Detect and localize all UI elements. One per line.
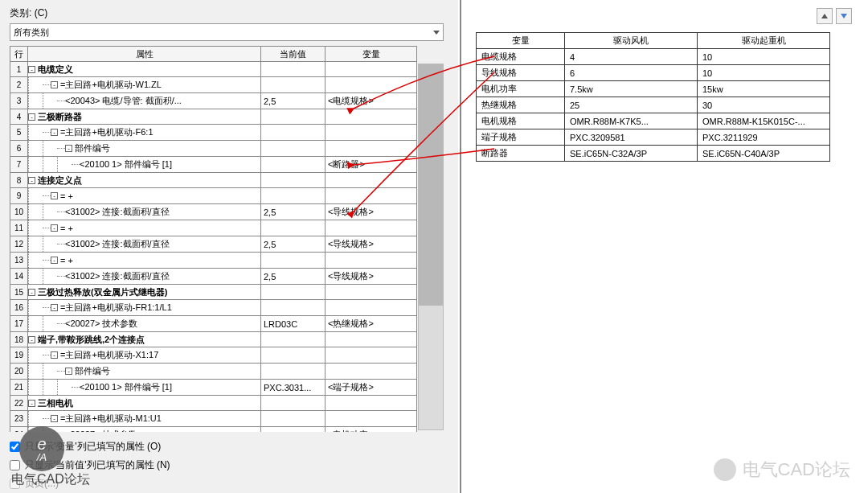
tree-toggle[interactable]: - — [65, 368, 72, 375]
attr-cell[interactable]: <20027> 技术参数 — [28, 316, 261, 332]
dt-cell[interactable]: 断路器 — [477, 146, 565, 162]
attr-cell[interactable]: <20100 1> 部件编号 [1] — [28, 380, 261, 396]
var-cell[interactable] — [326, 364, 417, 380]
current-cell[interactable] — [261, 364, 326, 380]
dt-cell[interactable]: 热继规格 — [477, 97, 565, 113]
current-cell[interactable] — [261, 62, 326, 77]
table-row[interactable]: 2-=主回路+电机驱动-W1.ZL — [10, 77, 417, 93]
current-cell[interactable] — [261, 411, 326, 427]
dt-cell[interactable]: 6 — [565, 65, 698, 81]
dt-cell[interactable]: OMR.R88M-K15K015C-... — [698, 113, 830, 129]
tree-toggle[interactable]: - — [51, 257, 58, 264]
current-cell[interactable] — [261, 125, 326, 141]
tree-toggle[interactable]: - — [51, 351, 58, 359]
table-row[interactable]: 10<31002> 连接:截面积/直径2,5<导线规格> — [10, 204, 417, 220]
table-row[interactable]: 17<20027> 技术参数LRD03C<热继规格> — [10, 316, 417, 332]
attr-cell[interactable]: -= + — [28, 253, 261, 269]
attr-cell[interactable]: -=主回路+电机驱动-W1.ZL — [28, 77, 261, 93]
attr-cell[interactable]: -=主回路+电机驱动-M1:U1 — [28, 411, 261, 427]
table-row[interactable]: 20-部件编号 — [10, 364, 417, 380]
table-row[interactable]: 4-三极断路器 — [10, 109, 417, 125]
var-cell[interactable] — [326, 125, 417, 141]
tree-toggle[interactable]: - — [51, 304, 58, 311]
dt-cell[interactable]: 4 — [565, 49, 698, 65]
table-row[interactable]: 7<20100 1> 部件编号 [1]<断路器> — [10, 157, 417, 173]
dt-cell[interactable]: 电缆规格 — [477, 49, 565, 65]
tree-toggle[interactable]: - — [51, 192, 58, 199]
dt-row[interactable]: 电机功率7.5kw15kw — [477, 81, 830, 97]
current-cell[interactable] — [261, 173, 326, 188]
table-row[interactable]: 14<31002> 连接:截面积/直径2,5<导线规格> — [10, 269, 417, 285]
current-cell[interactable]: 2,5 — [261, 236, 326, 253]
attr-cell[interactable]: <20100 1> 部件编号 [1] — [28, 157, 261, 173]
var-cell[interactable]: <热继规格> — [326, 316, 417, 332]
current-cell[interactable]: 2,5 — [261, 93, 326, 109]
table-row[interactable]: 21<20100 1> 部件编号 [1]PXC.3031...<端子规格> — [10, 380, 417, 396]
table-row[interactable]: 1-电缆定义 — [10, 62, 417, 77]
table-row[interactable]: 13-= + — [10, 253, 417, 269]
current-cell[interactable]: 2,5 — [261, 204, 326, 220]
dt-cell[interactable]: 25 — [565, 97, 698, 113]
dt-row[interactable]: 导线规格610 — [477, 65, 830, 81]
tree-toggle[interactable]: - — [51, 415, 58, 422]
dt-cell[interactable]: 15kw — [698, 81, 830, 97]
dt-cell[interactable]: PXC.3211929 — [698, 129, 830, 146]
var-cell[interactable] — [326, 411, 417, 427]
tree-toggle[interactable]: - — [28, 66, 35, 73]
attr-cell[interactable]: <20043> 电缆/导管: 截面积/... — [28, 93, 261, 109]
current-cell[interactable]: 7.5kw — [261, 427, 326, 433]
table-row[interactable]: 15-三极过热释放(双金属片式继电器) — [10, 285, 417, 300]
tree-toggle[interactable]: - — [51, 81, 58, 88]
dt-cell[interactable]: SE.iC65N-C40A/3P — [698, 146, 830, 162]
attr-cell[interactable]: -电缆定义 — [28, 62, 261, 77]
var-cell[interactable]: <导线规格> — [326, 269, 417, 285]
table-row[interactable]: 3<20043> 电缆/导管: 截面积/...2,5<电缆规格> — [10, 93, 417, 109]
var-cell[interactable] — [326, 253, 417, 269]
attr-cell[interactable]: -端子,带鞍形跳线,2个连接点 — [28, 332, 261, 347]
table-row[interactable]: 11-= + — [10, 220, 417, 236]
var-cell[interactable] — [326, 141, 417, 157]
dt-cell[interactable]: 10 — [698, 65, 830, 81]
dt-cell[interactable]: OMR.R88M-K7K5... — [565, 113, 698, 129]
dt-row[interactable]: 端子规格PXC.3209581PXC.3211929 — [477, 129, 830, 146]
var-cell[interactable] — [326, 347, 417, 364]
attr-cell[interactable]: <20027> 技术参数 — [28, 427, 261, 433]
attr-cell[interactable]: <31002> 连接:截面积/直径 — [28, 236, 261, 253]
attr-cell[interactable]: -三极断路器 — [28, 109, 261, 125]
var-cell[interactable] — [326, 109, 417, 125]
table-row[interactable]: 5-=主回路+电机驱动-F6:1 — [10, 125, 417, 141]
dt-cell[interactable]: 导线规格 — [477, 65, 565, 81]
var-cell[interactable]: <电机功率> — [326, 427, 417, 433]
var-cell[interactable] — [326, 188, 417, 204]
dt-row[interactable]: 电机规格OMR.R88M-K7K5...OMR.R88M-K15K015C-..… — [477, 113, 830, 129]
current-cell[interactable] — [261, 347, 326, 364]
tree-toggle[interactable]: - — [51, 129, 58, 136]
check-current-filled-box[interactable] — [10, 460, 20, 470]
attr-cell[interactable]: -=主回路+电机驱动-F6:1 — [28, 125, 261, 141]
current-cell[interactable]: LRD03C — [261, 316, 326, 332]
attr-cell[interactable]: -= + — [28, 220, 261, 236]
dt-cell[interactable]: PXC.3209581 — [565, 129, 698, 146]
tree-toggle[interactable]: - — [28, 336, 35, 343]
tree-toggle[interactable]: - — [65, 145, 72, 152]
dt-cell[interactable]: 10 — [698, 49, 830, 65]
current-cell[interactable] — [261, 332, 326, 347]
attr-cell[interactable]: -部件编号 — [28, 364, 261, 380]
table-row[interactable]: 8-连接定义点 — [10, 173, 417, 188]
check-var-filled[interactable]: 只显示'变量'列已填写的属性 (O) — [10, 440, 448, 454]
variable-table[interactable]: 变量驱动风机驱动起重机 电缆规格410导线规格610电机功率7.5kw15kw热… — [476, 32, 830, 162]
var-cell[interactable] — [326, 285, 417, 300]
current-cell[interactable] — [261, 157, 326, 173]
var-cell[interactable] — [326, 77, 417, 93]
dt-row[interactable]: 断路器SE.iC65N-C32A/3PSE.iC65N-C40A/3P — [477, 146, 830, 162]
table-row[interactable]: 19-=主回路+电机驱动-X1:17 — [10, 347, 417, 364]
current-cell[interactable] — [261, 77, 326, 93]
property-grid[interactable]: 行 属性 当前值 变量 1-电缆定义2-=主回路+电机驱动-W1.ZL3<200… — [10, 46, 417, 432]
attr-cell[interactable]: -=主回路+电机驱动-FR1:1/L1 — [28, 300, 261, 316]
var-cell[interactable] — [326, 396, 417, 411]
dt-cell[interactable]: 30 — [698, 97, 830, 113]
var-cell[interactable]: <导线规格> — [326, 204, 417, 220]
attr-cell[interactable]: <31002> 连接:截面积/直径 — [28, 204, 261, 220]
dt-row[interactable]: 电缆规格410 — [477, 49, 830, 65]
current-cell[interactable]: PXC.3031... — [261, 380, 326, 396]
